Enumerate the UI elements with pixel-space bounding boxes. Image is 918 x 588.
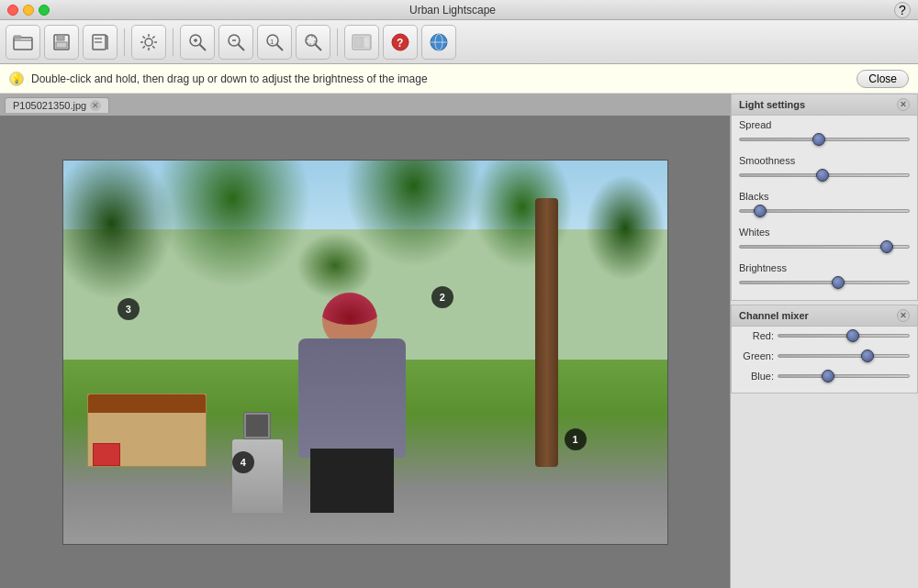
channel-mixer-panel: Channel mixer ✕ Red: Green: xyxy=(731,305,918,394)
spread-track xyxy=(739,138,910,141)
window-controls[interactable] xyxy=(7,5,50,16)
close-info-button[interactable]: Close xyxy=(856,70,909,88)
brightness-slider[interactable] xyxy=(739,276,910,289)
zoom-in-button[interactable] xyxy=(180,25,215,60)
help-button[interactable]: ? xyxy=(894,2,911,18)
image-tab[interactable]: P105021350.jpg ✕ xyxy=(5,97,109,113)
channel-mixer-close[interactable]: ✕ xyxy=(897,309,910,322)
whites-label: Whites xyxy=(739,227,910,238)
smoothness-label: Smoothness xyxy=(739,155,910,166)
green-label: Green: xyxy=(739,350,774,361)
photo-trunk xyxy=(535,198,558,467)
svg-line-16 xyxy=(152,36,154,38)
photo-building xyxy=(87,394,207,467)
light-settings-panel: Light settings ✕ Spread Smoothness xyxy=(731,94,918,301)
minimize-window-button[interactable] xyxy=(23,5,34,16)
sep1 xyxy=(124,28,125,56)
svg-rect-31 xyxy=(354,37,363,48)
spread-thumb[interactable] xyxy=(812,133,825,146)
blacks-slider-row: Blacks xyxy=(732,187,917,223)
svg-line-15 xyxy=(143,46,145,48)
brightness-slider-row: Brightness xyxy=(732,259,917,294)
blacks-slider[interactable] xyxy=(739,205,910,217)
save-as-button[interactable] xyxy=(83,25,118,60)
marker-4: 4 xyxy=(232,451,254,473)
whites-slider[interactable] xyxy=(739,240,910,253)
tab-bar: P105021350.jpg ✕ xyxy=(0,94,730,116)
smoothness-thumb[interactable] xyxy=(816,169,829,182)
sep2 xyxy=(173,28,174,56)
zoom-fit-button[interactable] xyxy=(296,25,330,60)
main-area: P105021350.jpg ✕ xyxy=(0,94,918,588)
blacks-thumb[interactable] xyxy=(754,205,767,217)
channel-mixer-header: Channel mixer ✕ xyxy=(732,305,917,327)
blue-thumb[interactable] xyxy=(822,370,834,383)
green-slider[interactable] xyxy=(778,349,910,362)
svg-rect-28 xyxy=(308,37,315,44)
title-bar: Urban Lightscape ? xyxy=(0,0,918,20)
help-overlay-button[interactable]: ? xyxy=(383,25,418,60)
blue-track xyxy=(778,374,910,378)
close-window-button[interactable] xyxy=(7,5,18,16)
red-label: Red: xyxy=(739,330,774,341)
svg-line-20 xyxy=(200,44,207,50)
svg-text:1: 1 xyxy=(270,38,274,46)
spread-label: Spread xyxy=(739,119,910,130)
window-title: Urban Lightscape xyxy=(409,4,496,17)
marker-1: 1 xyxy=(565,428,587,450)
svg-text:?: ? xyxy=(397,37,403,50)
svg-line-13 xyxy=(143,36,145,38)
green-track xyxy=(778,354,910,358)
photo: 1 2 3 4 xyxy=(62,160,668,545)
info-message: Double-click and hold, then drag up or d… xyxy=(31,72,849,85)
svg-rect-7 xyxy=(95,41,102,43)
svg-rect-3 xyxy=(57,35,64,40)
info-bar: 💡 Double-click and hold, then drag up or… xyxy=(0,64,918,94)
image1-button[interactable] xyxy=(344,25,379,60)
svg-line-14 xyxy=(152,46,154,48)
spread-slider-row: Spread xyxy=(732,116,917,151)
light-settings-close[interactable]: ✕ xyxy=(897,98,910,111)
channel-mixer-title: Channel mixer xyxy=(739,310,809,321)
save-button[interactable] xyxy=(44,25,79,60)
tab-filename: P105021350.jpg xyxy=(13,100,86,111)
maximize-window-button[interactable] xyxy=(39,5,50,16)
photo-pedestal xyxy=(232,439,283,513)
light-settings-header: Light settings ✕ xyxy=(732,94,917,116)
smoothness-slider[interactable] xyxy=(739,169,910,182)
svg-line-29 xyxy=(316,44,322,50)
brightness-label: Brightness xyxy=(739,262,910,273)
zoom-100-button[interactable]: 1 xyxy=(257,25,292,60)
brightness-track xyxy=(739,281,910,284)
info-icon: 💡 xyxy=(9,72,24,86)
svg-line-26 xyxy=(277,44,284,50)
svg-rect-32 xyxy=(364,37,370,48)
marker-3: 3 xyxy=(118,298,140,320)
blacks-label: Blacks xyxy=(739,191,910,202)
red-thumb[interactable] xyxy=(846,329,859,342)
photo-person xyxy=(293,293,412,513)
svg-point-8 xyxy=(145,39,152,46)
tab-close-button[interactable]: ✕ xyxy=(90,100,101,111)
smoothness-track xyxy=(739,173,910,177)
whites-track xyxy=(739,245,910,249)
svg-line-23 xyxy=(239,44,245,50)
web-button[interactable] xyxy=(421,25,456,60)
smoothness-slider-row: Smoothness xyxy=(732,151,917,187)
light-settings-title: Light settings xyxy=(739,99,805,110)
spread-slider[interactable] xyxy=(739,133,910,146)
blue-channel-row: Blue: xyxy=(732,367,917,387)
svg-rect-0 xyxy=(14,38,32,50)
settings-button[interactable] xyxy=(131,25,166,60)
blue-slider[interactable] xyxy=(778,370,910,383)
whites-thumb[interactable] xyxy=(880,240,893,253)
open-button[interactable] xyxy=(6,25,40,60)
green-thumb[interactable] xyxy=(861,349,874,362)
image-panel: P105021350.jpg ✕ xyxy=(0,94,730,588)
red-track xyxy=(778,334,910,338)
red-slider[interactable] xyxy=(778,329,910,342)
zoom-out-button[interactable] xyxy=(218,25,253,60)
svg-rect-4 xyxy=(56,42,67,48)
image-canvas[interactable]: 1 2 3 4 xyxy=(0,116,730,588)
brightness-thumb[interactable] xyxy=(832,276,845,289)
